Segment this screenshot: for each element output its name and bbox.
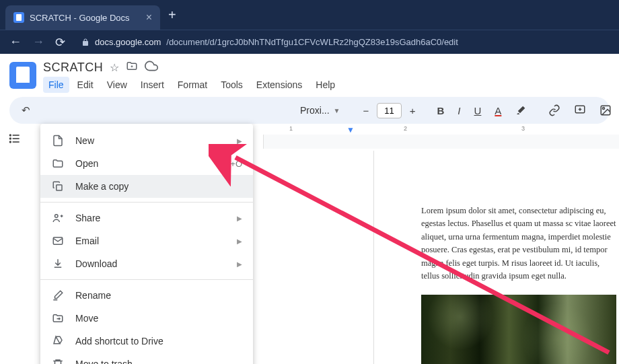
lock-icon [81, 38, 89, 46]
font-size-input[interactable]: 11 [377, 103, 401, 118]
chevron-right-icon: ▶ [237, 137, 242, 145]
menu-label: Open [75, 158, 98, 169]
svg-rect-6 [57, 185, 62, 190]
menu-label: Make a copy [75, 181, 129, 192]
menu-insert[interactable]: Insert [135, 77, 170, 93]
share-icon [51, 212, 65, 224]
menu-label: Share [75, 213, 100, 223]
docs-header: SCRATCH ☆ File Edit View Insert Format T… [0, 54, 619, 93]
browser-nav-bar: ← → ⟳ docs.google.com/document/d/1grcJ0b… [0, 30, 619, 54]
trash-icon [51, 358, 65, 364]
bold-button[interactable]: B [431, 101, 449, 120]
menu-new[interactable]: New ▶ [40, 129, 253, 152]
url-path: /document/d/1grcJ0bNhTNdTfgu1CFVcWLRz2hg… [166, 37, 458, 47]
menu-label: New [75, 135, 94, 146]
url-bar[interactable]: docs.google.com/document/d/1grcJ0bNhTNdT… [76, 37, 610, 47]
outline-icon[interactable] [8, 132, 22, 149]
menu-view[interactable]: View [102, 77, 133, 93]
ruler-tick: 3 [521, 125, 525, 132]
svg-point-3 [10, 135, 11, 136]
main-area: New ▶ Open Ctrl+O Make a copy Share ▶ Em… [0, 124, 619, 149]
reload-button[interactable]: ⟳ [55, 35, 65, 50]
docs-logo-icon[interactable] [9, 62, 36, 89]
menu-email[interactable]: Email ▶ [40, 229, 253, 252]
folder-icon [51, 157, 65, 170]
menu-label: Download [75, 258, 117, 269]
italic-button[interactable]: I [452, 101, 466, 120]
font-name: Proxi... [300, 105, 330, 116]
svg-point-4 [10, 138, 11, 139]
menu-tools[interactable]: Tools [215, 77, 248, 93]
menu-move-trash[interactable]: Move to trash [40, 353, 253, 364]
svg-point-5 [10, 141, 11, 143]
menu-help[interactable]: Help [310, 77, 340, 93]
canvas-background [264, 135, 619, 149]
menu-format[interactable]: Format [172, 77, 213, 93]
menu-label: Move to trash [75, 359, 133, 364]
vertical-ruler[interactable] [253, 135, 264, 149]
menu-label: Move [75, 313, 98, 324]
menu-divider [40, 279, 253, 280]
text-color-button[interactable]: A [489, 101, 507, 120]
ruler-tick: 1 [289, 125, 293, 132]
email-icon [51, 235, 65, 247]
move-icon [51, 312, 65, 324]
toolbar: ↶ ↷ Proxi... ▼ − 11 + B I U A ▾ [9, 97, 610, 124]
menu-edit[interactable]: Edit [72, 77, 99, 93]
menu-file[interactable]: File [43, 77, 69, 93]
menu-divider [40, 202, 253, 203]
undo-button[interactable]: ↶ [16, 100, 36, 120]
copy-icon [51, 180, 65, 192]
svg-point-2 [603, 108, 605, 110]
menu-make-copy[interactable]: Make a copy [40, 175, 253, 198]
chevron-right-icon: ▶ [237, 215, 242, 222]
ruler-indent-marker[interactable]: ▼ [347, 125, 355, 135]
cloud-status-icon[interactable] [145, 59, 158, 75]
download-icon [51, 258, 65, 270]
menu-download[interactable]: Download ▶ [40, 252, 253, 275]
menu-open[interactable]: Open Ctrl+O [40, 152, 253, 175]
decrease-font-button[interactable]: − [357, 101, 374, 120]
star-icon[interactable]: ☆ [110, 61, 119, 74]
chevron-right-icon: ▶ [237, 260, 242, 268]
document-title[interactable]: SCRATCH [43, 61, 103, 75]
insert-link-button[interactable] [543, 100, 566, 120]
menu-label: Rename [75, 290, 111, 301]
forward-button[interactable]: → [32, 35, 44, 49]
menu-bar: File Edit View Insert Format Tools Exten… [43, 77, 610, 93]
menu-label: Email [75, 235, 99, 246]
increase-font-button[interactable]: + [404, 101, 421, 120]
chevron-right-icon: ▶ [237, 238, 242, 245]
menu-extensions[interactable]: Extensions [251, 77, 307, 93]
chevron-down-icon: ▼ [334, 107, 340, 114]
underline-button[interactable]: U [469, 101, 487, 120]
move-folder-icon[interactable] [126, 60, 138, 75]
insert-image-button[interactable] [594, 100, 617, 120]
browser-tab-strip: SCRATCH - Google Docs × + [0, 0, 619, 30]
tab-title: SCRATCH - Google Docs [30, 13, 130, 23]
docs-favicon-icon [13, 12, 24, 23]
menu-move[interactable]: Move [40, 307, 253, 330]
left-sidebar [0, 124, 30, 149]
document-embedded-image[interactable] [421, 295, 616, 364]
menu-label: Add shortcut to Drive [75, 336, 163, 347]
back-button[interactable]: ← [9, 35, 22, 49]
menu-shortcut: Ctrl+O [217, 159, 242, 169]
menu-rename[interactable]: Rename [40, 284, 253, 307]
browser-tab[interactable]: SCRATCH - Google Docs × [5, 5, 160, 30]
svg-point-7 [55, 215, 59, 218]
rename-icon [51, 289, 65, 301]
document-page[interactable]: Lorem ipsum dolor sit amet, consectetur … [373, 151, 619, 364]
ruler-tick: 2 [404, 125, 407, 132]
file-menu-dropdown: New ▶ Open Ctrl+O Make a copy Share ▶ Em… [40, 124, 253, 364]
close-tab-icon[interactable]: × [146, 11, 152, 24]
highlight-button[interactable] [509, 100, 532, 120]
font-selector[interactable]: Proxi... ▼ [293, 102, 347, 118]
add-comment-button[interactable] [569, 100, 591, 120]
file-icon [51, 135, 65, 147]
new-tab-button[interactable]: + [168, 7, 176, 23]
menu-share[interactable]: Share ▶ [40, 207, 253, 229]
menu-add-shortcut[interactable]: Add shortcut to Drive [40, 330, 253, 353]
document-body-text[interactable]: Lorem ipsum dolor sit amet, consectetur … [421, 205, 619, 283]
drive-icon [51, 335, 65, 347]
